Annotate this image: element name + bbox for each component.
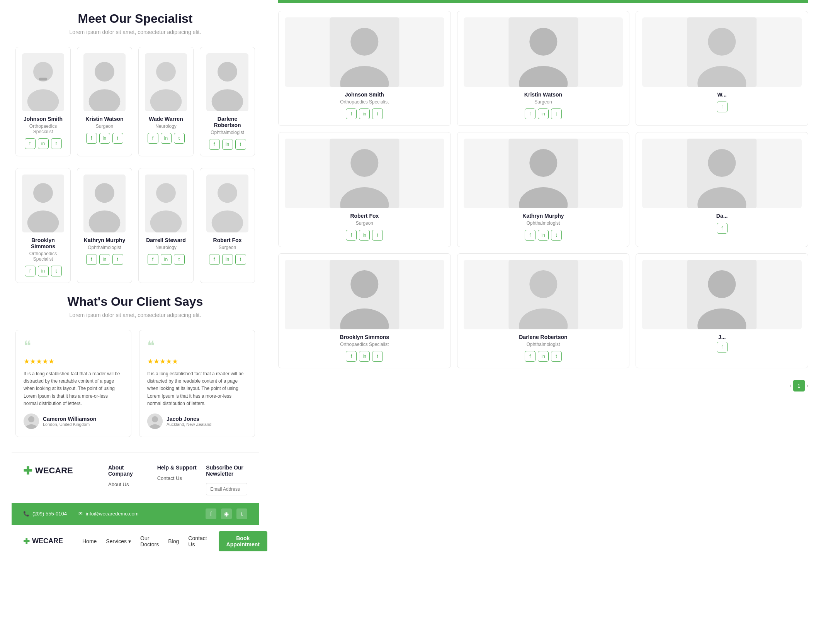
footer-contact-us-link[interactable]: Contact Us xyxy=(157,475,199,481)
linkedin-icon[interactable]: in xyxy=(359,230,370,241)
testimonials-subtitle: Lorem ipsum dolor sit amet, consectetur … xyxy=(15,312,255,318)
twitter-icon[interactable]: t xyxy=(551,230,562,241)
linkedin-icon[interactable]: in xyxy=(161,133,172,144)
doctors-row1: Johnson Smith Orthopaedics Specialist f … xyxy=(15,47,255,156)
author-name-2: Jacob Jones xyxy=(167,416,211,422)
linkedin-icon[interactable]: in xyxy=(99,254,110,265)
linkedin-icon[interactable]: in xyxy=(38,138,49,149)
twitter-icon[interactable]: t xyxy=(174,133,185,144)
facebook-icon[interactable]: f xyxy=(717,102,728,112)
footer-twitter-icon[interactable]: t xyxy=(236,508,247,519)
footer-facebook-icon[interactable]: f xyxy=(206,508,216,519)
footer-email-input[interactable] xyxy=(206,483,247,495)
nav-blog[interactable]: Blog xyxy=(168,538,179,544)
nav-contact-us[interactable]: Contact Us xyxy=(188,535,207,547)
twitter-icon[interactable]: t xyxy=(235,139,246,150)
linkedin-icon[interactable]: in xyxy=(538,230,549,241)
doctor-card-darrell-steward: Darrell Steward Neurology f in t xyxy=(138,168,194,283)
facebook-icon[interactable]: f xyxy=(148,254,158,265)
author-avatar-1 xyxy=(24,414,39,429)
footer-instagram-icon[interactable]: ◉ xyxy=(221,508,232,519)
twitter-icon[interactable]: t xyxy=(372,351,383,362)
svg-point-29 xyxy=(152,416,158,422)
linkedin-icon[interactable]: in xyxy=(222,139,233,150)
linkedin-icon[interactable]: in xyxy=(161,254,172,265)
linkedin-icon[interactable]: in xyxy=(538,351,549,362)
twitter-icon[interactable]: t xyxy=(174,254,185,265)
twitter-icon[interactable]: t xyxy=(235,254,246,265)
author-location-2: Auckland, New Zealand xyxy=(167,422,211,427)
facebook-icon[interactable]: f xyxy=(525,108,536,119)
right-top-bar xyxy=(278,0,808,3)
footer-phone-item: 📞 (209) 555-0104 xyxy=(23,511,67,517)
nav-services[interactable]: Services ▾ xyxy=(106,538,131,544)
footer-email-item: ✉ info@wecaredemo.com xyxy=(78,511,139,517)
nav-logo-text: WECARE xyxy=(32,537,63,545)
doctor-name: W... xyxy=(642,92,802,98)
right-doctors-grid: Johnson Smith Orthopaedics Specialist f … xyxy=(278,3,808,376)
facebook-icon[interactable]: f xyxy=(525,230,536,241)
nav-our-doctors[interactable]: Our Doctors xyxy=(140,535,159,547)
book-appointment-button[interactable]: Book Appointment xyxy=(219,531,267,551)
twitter-icon[interactable]: t xyxy=(112,133,123,144)
footer-about-us-link[interactable]: About Us xyxy=(108,481,150,487)
facebook-icon[interactable]: f xyxy=(717,342,728,353)
doctor-name: Darlene Robertson xyxy=(206,116,248,128)
twitter-icon[interactable]: t xyxy=(372,108,383,119)
facebook-icon[interactable]: f xyxy=(346,230,357,241)
twitter-icon[interactable]: t xyxy=(551,351,562,362)
twitter-icon[interactable]: t xyxy=(551,108,562,119)
facebook-icon[interactable]: f xyxy=(25,266,36,276)
svg-point-50 xyxy=(350,270,378,298)
doctor-name: Darlene Robertson xyxy=(464,334,623,340)
doctor-photo xyxy=(145,53,187,111)
facebook-icon[interactable]: f xyxy=(25,138,36,149)
right-doctor-photo xyxy=(285,260,444,329)
testimonials-title: What's Our Client Says xyxy=(15,295,255,309)
svg-point-44 xyxy=(529,149,557,177)
svg-point-41 xyxy=(350,149,378,177)
twitter-icon[interactable]: t xyxy=(51,266,62,276)
linkedin-icon[interactable]: in xyxy=(538,108,549,119)
next-page-arrow[interactable]: › xyxy=(806,382,808,389)
social-icons: f in t xyxy=(145,133,187,144)
facebook-icon[interactable]: f xyxy=(148,133,158,144)
facebook-icon[interactable]: f xyxy=(86,254,97,265)
social-icons: f in t xyxy=(285,108,444,119)
right-doctor-brooklyn-simmons: Brooklyn Simmons Orthopaedics Specialist… xyxy=(278,253,451,368)
prev-page-arrow[interactable]: ‹ xyxy=(789,382,791,389)
facebook-icon[interactable]: f xyxy=(209,139,220,150)
nav-home[interactable]: Home xyxy=(82,538,97,544)
doctor-specialty: Orthopaedics Specialist xyxy=(285,99,444,105)
quote-icon-2: ❝ xyxy=(147,338,247,354)
linkedin-icon[interactable]: in xyxy=(99,133,110,144)
linkedin-icon[interactable]: in xyxy=(359,108,370,119)
footer-phone: (209) 555-0104 xyxy=(32,511,67,517)
svg-point-20 xyxy=(156,183,176,203)
facebook-icon[interactable]: f xyxy=(346,108,357,119)
testimonial-author-2: Jacob Jones Auckland, New Zealand xyxy=(147,414,247,429)
twitter-icon[interactable]: t xyxy=(112,254,123,265)
twitter-icon[interactable]: t xyxy=(372,230,383,241)
svg-point-8 xyxy=(156,62,176,81)
social-icons: f in t xyxy=(285,230,444,241)
doctor-specialty: Orthopaedics Specialist xyxy=(285,342,444,347)
facebook-icon[interactable]: f xyxy=(525,351,536,362)
right-doctor-photo xyxy=(285,139,444,208)
linkedin-icon[interactable]: in xyxy=(359,351,370,362)
linkedin-icon[interactable]: in xyxy=(222,254,233,265)
facebook-icon[interactable]: f xyxy=(86,133,97,144)
pagination: ‹ 1 › xyxy=(278,376,808,395)
right-doctor-photo xyxy=(464,17,623,87)
facebook-icon[interactable]: f xyxy=(346,351,357,362)
author-avatar-2 xyxy=(147,414,163,429)
facebook-icon[interactable]: f xyxy=(717,223,728,234)
twitter-icon[interactable]: t xyxy=(51,138,62,149)
svg-point-47 xyxy=(708,149,736,177)
quote-icon-1: ❝ xyxy=(24,338,123,354)
page-1-button[interactable]: 1 xyxy=(793,380,805,391)
linkedin-icon[interactable]: in xyxy=(38,266,49,276)
facebook-icon[interactable]: f xyxy=(209,254,220,265)
footer-social-icons: f ◉ t xyxy=(206,508,247,519)
testimonial-card-1: ❝ ★★★★★ It is a long established fact th… xyxy=(15,330,131,437)
